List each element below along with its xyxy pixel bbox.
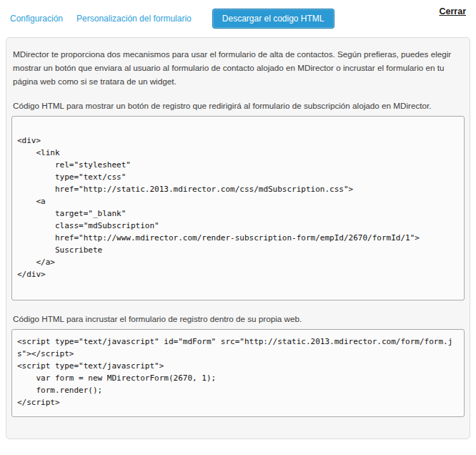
tab-bar: Configuración Personalización del formul… <box>0 0 476 31</box>
close-link[interactable]: Cerrar <box>439 6 466 16</box>
intro-text: MDirector te proporciona dos mecanismos … <box>13 47 463 88</box>
tab-descargar-codigo-html[interactable]: Descargar el codigo HTML <box>212 9 334 29</box>
button-code-textarea[interactable]: <div> <link rel="stylesheet" type="text/… <box>11 116 465 300</box>
embed-code-label: Código HTML para incrustar el formulario… <box>13 313 463 324</box>
button-code-label: Código HTML para mostrar un botón de reg… <box>13 100 463 111</box>
embed-code-textarea[interactable]: <script type="text/javascript" id="mdFor… <box>11 329 465 417</box>
tab-personalizacion-formulario[interactable]: Personalización del formulario <box>76 14 192 24</box>
download-code-panel: MDirector te proporciona dos mecanismos … <box>6 37 470 439</box>
tab-configuracion[interactable]: Configuración <box>10 14 63 24</box>
